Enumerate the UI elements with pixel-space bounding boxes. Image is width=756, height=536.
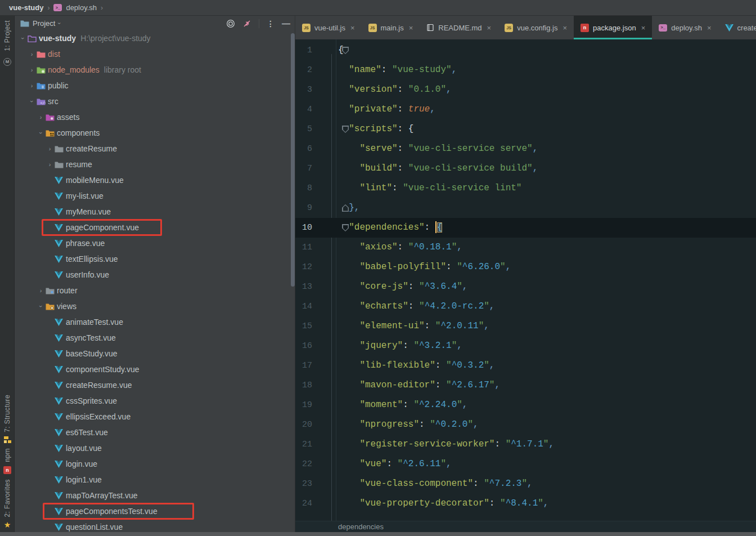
code-line-20[interactable]: 20"nprogress": "^0.2.0",: [295, 415, 756, 435]
tab-deploy-sh[interactable]: >_deploy.sh×: [652, 16, 718, 39]
line-number[interactable]: 13: [295, 277, 312, 297]
tab-createresume-vue[interactable]: createResume.vue×: [718, 16, 756, 39]
tree-item-router[interactable]: ›router: [15, 283, 295, 298]
line-number[interactable]: 2: [295, 60, 312, 80]
hide-panel-icon[interactable]: —: [282, 19, 290, 28]
fold-marker-icon[interactable]: [312, 119, 338, 139]
code-line-22[interactable]: 22"vue": "^2.6.11",: [295, 454, 756, 474]
tree-item-createresume-vue[interactable]: createResume.vue: [15, 377, 295, 393]
project-panel-title[interactable]: Project: [33, 19, 55, 28]
tree-item-es6test-vue[interactable]: es6Test.vue: [15, 425, 295, 440]
line-number[interactable]: 19: [295, 395, 312, 415]
tree-item-assets[interactable]: ›assets: [15, 109, 295, 125]
chevron-down-icon[interactable]: ›: [57, 23, 63, 24]
code-line-14[interactable]: 14"echarts": "^4.2.0-rc.2",: [295, 297, 756, 316]
chevron-expanded-icon[interactable]: ›: [36, 303, 46, 310]
line-number[interactable]: 17: [295, 356, 312, 376]
line-number[interactable]: 1: [295, 41, 312, 60]
tree-item-maptoarraytest-vue[interactable]: mapToArrayTest.vue: [15, 488, 295, 503]
fold-marker-icon[interactable]: [312, 198, 338, 218]
breadcrumb-project[interactable]: vue-study: [9, 3, 43, 12]
locate-target-icon[interactable]: [226, 19, 235, 28]
code-line-24[interactable]: 24"vue-property-decorator": "^8.4.1",: [295, 494, 756, 513]
line-number[interactable]: 6: [295, 139, 312, 159]
code-line-1[interactable]: 1{: [295, 41, 756, 60]
tree-item-questionlist-vue[interactable]: questionList.vue: [15, 519, 295, 532]
tree-item-login-vue[interactable]: login.vue: [15, 456, 295, 472]
chevron-collapsed-icon[interactable]: ›: [27, 51, 37, 57]
tree-item-animatetest-vue[interactable]: animateTest.vue: [15, 314, 295, 330]
chevron-expanded-icon[interactable]: ›: [36, 129, 46, 136]
code-line-8[interactable]: 8"lint": "vue-cli-service lint": [295, 178, 756, 198]
code-line-10[interactable]: 10"dependencies": {: [295, 218, 756, 238]
tool-button-7-structure[interactable]: 7: Structure: [3, 395, 11, 443]
line-number[interactable]: 18: [295, 376, 312, 395]
close-icon[interactable]: ×: [487, 24, 492, 32]
code-line-18[interactable]: 18"mavon-editor": "^2.6.17",: [295, 376, 756, 395]
tree-item-phrase-vue[interactable]: phrase.vue: [15, 235, 295, 251]
tab-vue-config-js[interactable]: JSvue.config.js×: [498, 16, 574, 39]
code-line-13[interactable]: 13"core-js": "^3.6.4",: [295, 277, 756, 297]
line-number[interactable]: 4: [295, 100, 312, 119]
tab-readme-md[interactable]: README.md×: [420, 16, 498, 39]
code-line-6[interactable]: 6"serve": "vue-cli-service serve",: [295, 139, 756, 159]
tree-item-asynctest-vue[interactable]: asyncTest.vue: [15, 330, 295, 346]
code-line-15[interactable]: 15"element-ui": "^2.0.11",: [295, 316, 756, 336]
line-number[interactable]: 11: [295, 238, 312, 257]
line-number[interactable]: 24: [295, 494, 312, 513]
tree-item-createresume[interactable]: ›createResume: [15, 141, 295, 157]
chevron-collapsed-icon[interactable]: ›: [36, 114, 46, 120]
collapse-all-icon[interactable]: [242, 19, 251, 28]
code-line-17[interactable]: 17"lib-flexible": "^0.3.2",: [295, 356, 756, 376]
close-icon[interactable]: ×: [707, 24, 712, 32]
code-line-5[interactable]: 5"scripts": {: [295, 119, 756, 139]
tree-item-ellipsisexceed-vue[interactable]: ellipsisExceed.vue: [15, 409, 295, 425]
line-number[interactable]: 23: [295, 474, 312, 494]
chevron-collapsed-icon[interactable]: ›: [27, 82, 37, 89]
code-line-2[interactable]: 2"name": "vue-study",: [295, 60, 756, 80]
code-line-21[interactable]: 21"register-service-worker": "^1.7.1",: [295, 435, 756, 454]
line-number[interactable]: 16: [295, 336, 312, 356]
tool-button-project[interactable]: 1: Project: [3, 20, 11, 53]
line-number[interactable]: 10: [295, 218, 312, 238]
tab-package-json[interactable]: npackage.json×: [574, 16, 652, 39]
chevron-collapsed-icon[interactable]: ›: [36, 287, 46, 294]
tree-item-userinfo-vue[interactable]: userInfo.vue: [15, 267, 295, 283]
tree-item-csssprites-vue[interactable]: cssSprites.vue: [15, 393, 295, 409]
code-line-23[interactable]: 23"vue-class-component": "^7.2.3",: [295, 474, 756, 494]
tree-item-pagecomponentstest-vue[interactable]: pageComponentsTest.vue: [15, 503, 295, 519]
tree-item-my-list-vue[interactable]: my-list.vue: [15, 188, 295, 204]
tree-item-src[interactable]: ›</>src: [15, 93, 295, 109]
line-number[interactable]: 20: [295, 415, 312, 435]
chevron-collapsed-icon[interactable]: ›: [27, 66, 37, 73]
line-number[interactable]: 22: [295, 454, 312, 474]
tree-item-vue-study[interactable]: ›vue-studyH:\project\vue-study: [15, 30, 295, 46]
code-line-3[interactable]: 3"version": "0.1.0",: [295, 80, 756, 100]
close-icon[interactable]: ×: [641, 24, 646, 32]
code-line-7[interactable]: 7"build": "vue-cli-service build",: [295, 159, 756, 178]
code-line-16[interactable]: 16"jquery": "^3.2.1",: [295, 336, 756, 356]
line-number[interactable]: 7: [295, 159, 312, 178]
line-number[interactable]: 15: [295, 316, 312, 336]
tree-item-resume[interactable]: ›resume: [15, 157, 295, 172]
code-line-4[interactable]: 4"private": true,: [295, 100, 756, 119]
chevron-expanded-icon[interactable]: ›: [27, 98, 37, 105]
tree-item-mobilemenu-vue[interactable]: mobileMenu.vue: [15, 172, 295, 188]
tree-item-dist[interactable]: ›dist: [15, 46, 295, 62]
line-number[interactable]: 8: [295, 178, 312, 198]
line-number[interactable]: 3: [295, 80, 312, 100]
tree-item-views[interactable]: ›views: [15, 298, 295, 314]
close-icon[interactable]: ×: [409, 24, 413, 32]
tree-item-public[interactable]: ›public: [15, 78, 295, 93]
fold-marker-icon[interactable]: [312, 41, 338, 60]
close-icon[interactable]: ×: [562, 24, 567, 32]
m-circle-icon[interactable]: M: [3, 58, 11, 66]
tree-item-components[interactable]: ›components: [15, 125, 295, 141]
tab-vue-util-js[interactable]: JSvue-util.js×: [295, 16, 362, 39]
chevron-collapsed-icon[interactable]: ›: [45, 145, 55, 152]
tree-item-layout-vue[interactable]: layout.vue: [15, 440, 295, 456]
tool-button-npm[interactable]: npmn: [3, 448, 11, 474]
tree-scrollbar[interactable]: [291, 33, 295, 287]
tree-item-basestudy-vue[interactable]: baseStudy.vue: [15, 346, 295, 361]
line-number[interactable]: 9: [295, 198, 312, 218]
